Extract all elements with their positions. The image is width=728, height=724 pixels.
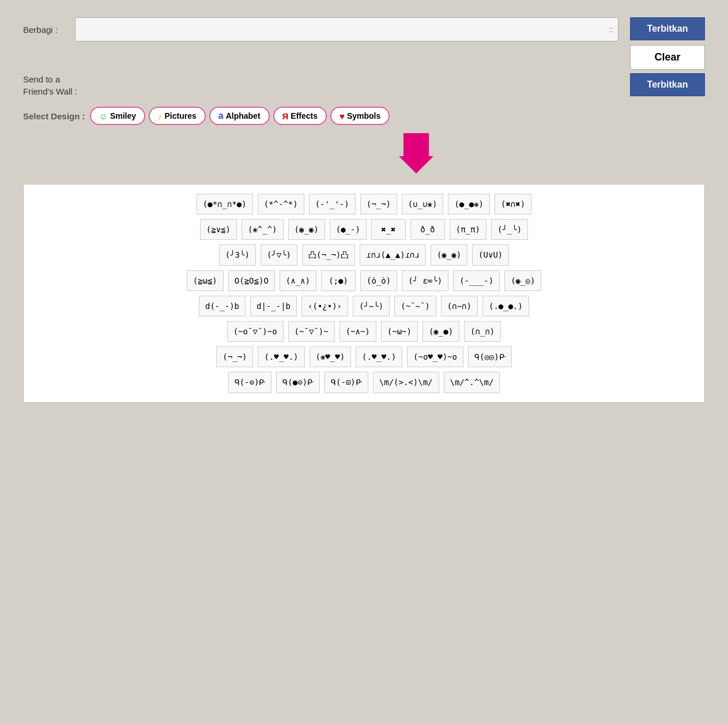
emoji-btn[interactable]: (●_-) <box>330 219 367 240</box>
emoji-btn[interactable]: (~ω~) <box>381 321 418 342</box>
emoji-btn[interactable]: (◉_◉) <box>288 219 325 240</box>
emoji-row-4: (≧ω≦) O(≧O≦)O (∧_∧) (;●) (ȯ_ȯ) (╯ ε∞╰) (… <box>33 270 695 291</box>
emoji-btn[interactable]: (✖∩✖) <box>495 194 531 214</box>
emoji-row-6: (~o¯▽¯)~o (~¯▽¯)~ (~∧~) (~ω~) (◉_●) (∩_∩… <box>33 321 695 342</box>
emoji-btn[interactable]: (◉_◎) <box>504 270 541 291</box>
send-label: Send to aFriend's Wall : <box>23 74 77 96</box>
emoji-btn[interactable]: \m/^.^\m/ <box>444 372 500 393</box>
emoji-btn[interactable]: (.●_●.) <box>482 296 529 316</box>
right-buttons: Terbitkan Clear <box>630 17 705 70</box>
emoji-btn[interactable]: ᑫ(◎◎)ᑷ <box>468 346 512 367</box>
share-input-area: Berbagi : <box>23 17 618 42</box>
share-input[interactable] <box>75 17 618 42</box>
emoji-btn[interactable]: (ȯ_ȯ) <box>360 270 397 291</box>
emoji-btn[interactable]: (~o¯▽¯)~o <box>227 321 284 342</box>
emoji-btn[interactable]: (¬_¬) <box>216 346 253 367</box>
main-container: Berbagi : Terbitkan Clear Send to aFrien… <box>12 12 716 409</box>
design-tabs: ☺ Smiley ♪ Pictures a Alphabet Я Effects… <box>90 107 390 125</box>
emoji-row-2: (≧∨≦) (❀^_^) (◉_◉) (●_-) ✖_✖ ð_ð (π_π) (… <box>33 219 695 240</box>
svg-marker-0 <box>399 133 433 174</box>
clear-button[interactable]: Clear <box>630 45 705 70</box>
emoji-btn[interactable]: (◉_●) <box>423 321 459 342</box>
emoji-btn[interactable]: ‹(•¿•)› <box>301 296 348 316</box>
emoji-btn[interactable]: d(-_-)b <box>199 296 246 316</box>
emoji-btn[interactable]: (●_●❀) <box>448 194 490 214</box>
emoji-btn[interactable]: ɾ∩ɹ(▲_▲)ɾ∩ɹ <box>360 244 426 265</box>
smiley-icon: ☺ <box>99 111 108 121</box>
emoji-btn[interactable]: (.♥_♥.) <box>258 346 304 367</box>
emoji-grid: (●*∩_∩*●) (*^-^*) (-'_'-) (¬_¬) (∪_∪❀) (… <box>23 184 705 403</box>
emoji-btn[interactable]: (U∨U) <box>472 244 509 265</box>
emoji-btn[interactable]: (❀♥_♥) <box>310 346 352 367</box>
share-label: Berbagi : <box>23 25 69 35</box>
emoji-btn[interactable]: 凸(¬_¬)凸 <box>302 244 355 265</box>
emoji-btn[interactable]: (~¯∼¯) <box>394 296 436 316</box>
emoji-btn[interactable]: (*^-^*) <box>258 194 304 214</box>
pictures-icon: ♪ <box>158 111 163 121</box>
tab-alphabet[interactable]: a Alphabet <box>209 107 270 125</box>
emoji-btn[interactable]: (≧ω≦) <box>187 270 224 291</box>
emoji-btn[interactable]: (;●) <box>321 270 356 291</box>
tab-effects[interactable]: Я Effects <box>273 107 327 125</box>
tab-symbols-label: Symbols <box>347 111 380 120</box>
tab-symbols[interactable]: ♥ Symbols <box>330 107 390 125</box>
share-section: Berbagi : Terbitkan Clear <box>23 17 705 70</box>
emoji-btn[interactable]: (╯∼╰) <box>353 296 390 316</box>
emoji-btn[interactable]: (╯ ε∞╰) <box>402 270 448 291</box>
emoji-btn[interactable]: ð_ð <box>410 219 445 240</box>
tab-effects-label: Effects <box>291 111 318 120</box>
tab-pictures[interactable]: ♪ Pictures <box>149 107 206 125</box>
symbols-icon: ♥ <box>340 111 345 121</box>
emoji-btn[interactable]: \m/(>.<)\m/ <box>373 372 439 393</box>
emoji-btn[interactable]: O(≧O≦)O <box>228 270 275 291</box>
tab-pictures-label: Pictures <box>165 111 197 120</box>
emoji-btn[interactable]: (╯▽╰) <box>261 244 297 265</box>
emoji-row-1: (●*∩_∩*●) (*^-^*) (-'_'-) (¬_¬) (∪_∪❀) (… <box>33 194 695 214</box>
emoji-btn[interactable]: (~∧~) <box>340 321 376 342</box>
alphabet-icon: a <box>218 111 224 121</box>
emoji-row-5: d(-_-)b d|-_-|b ‹(•¿•)› (╯∼╰) (~¯∼¯) (∩∼… <box>33 296 695 316</box>
emoji-btn[interactable]: (∩_∩) <box>464 321 501 342</box>
emoji-btn[interactable]: ᑫ(-⊙)ᑷ <box>228 372 272 393</box>
emoji-btn[interactable]: (~¯▽¯)~ <box>288 321 335 342</box>
emoji-row-8: ᑫ(-⊙)ᑷ ᑫ(●⊙)ᑷ ᑫ(-⊡)ᑷ \m/(>.<)\m/ \m/^.^\… <box>33 372 695 393</box>
emoji-btn[interactable]: (❀^_^) <box>242 219 284 240</box>
emoji-btn[interactable]: (◉_◉) <box>431 244 467 265</box>
send-spacer: Send to aFriend's Wall : <box>23 73 321 97</box>
select-design-label: Select Design : <box>23 111 85 121</box>
emoji-btn[interactable]: (∧_∧) <box>280 270 316 291</box>
emoji-btn[interactable]: (╯_╰) <box>491 219 528 240</box>
send-section: Send to aFriend's Wall : Terbitkan <box>23 73 705 97</box>
emoji-btn[interactable]: (╯3╰) <box>219 244 256 265</box>
emoji-btn[interactable]: (●*∩_∩*●) <box>197 194 253 214</box>
emoji-row-7: (¬_¬) (.♥_♥.) (❀♥_♥) (.♥_♥.) (~o♥_♥)~o ᑫ… <box>33 346 695 367</box>
effects-icon: Я <box>282 111 289 121</box>
emoji-btn[interactable]: ✖_✖ <box>371 219 406 240</box>
emoji-btn[interactable]: (≧∨≦) <box>200 219 237 240</box>
arrow-down-icon <box>399 133 433 179</box>
emoji-btn[interactable]: (-___-) <box>453 270 500 291</box>
select-design-row: Select Design : ☺ Smiley ♪ Pictures a Al… <box>23 107 705 125</box>
emoji-btn[interactable]: ᑫ(●⊙)ᑷ <box>276 372 320 393</box>
arrow-indicator <box>127 133 705 179</box>
emoji-row-3: (╯3╰) (╯▽╰) 凸(¬_¬)凸 ɾ∩ɹ(▲_▲)ɾ∩ɹ (◉_◉) (U… <box>33 244 695 265</box>
emoji-btn[interactable]: (.♥_♥.) <box>356 346 402 367</box>
tab-smiley[interactable]: ☺ Smiley <box>90 107 145 125</box>
emoji-btn[interactable]: (¬_¬) <box>360 194 397 214</box>
emoji-btn[interactable]: ᑫ(-⊡)ᑷ <box>325 372 368 393</box>
terbitkan-button-1[interactable]: Terbitkan <box>630 17 705 40</box>
tab-alphabet-label: Alphabet <box>226 111 261 120</box>
emoji-btn[interactable]: (π_π) <box>450 219 486 240</box>
terbitkan-button-2[interactable]: Terbitkan <box>630 73 705 96</box>
tab-smiley-label: Smiley <box>110 111 136 120</box>
emoji-btn[interactable]: d|-_-|b <box>250 296 297 316</box>
emoji-btn[interactable]: (∪_∪❀) <box>402 194 444 214</box>
emoji-btn[interactable]: (∩∼∩) <box>441 296 478 316</box>
emoji-btn[interactable]: (~o♥_♥)~o <box>407 346 463 367</box>
emoji-btn[interactable]: (-'_'-) <box>309 194 356 214</box>
